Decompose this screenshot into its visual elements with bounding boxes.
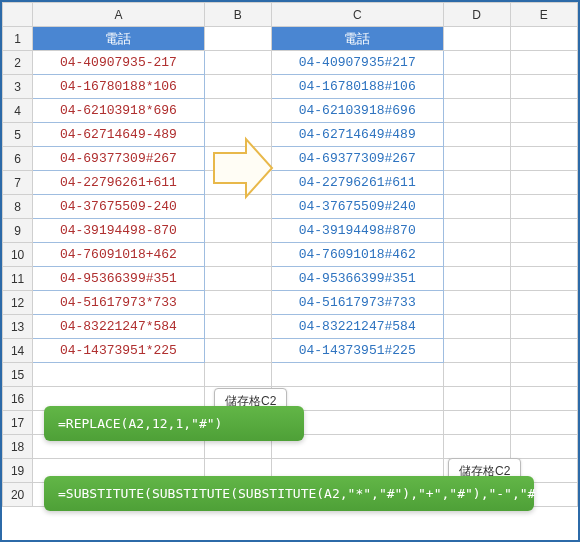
row-header[interactable]: 9 (3, 219, 33, 243)
cell[interactable]: 04-40907935-217 (33, 51, 205, 75)
cell[interactable] (204, 75, 271, 99)
cell[interactable] (443, 51, 510, 75)
cell[interactable] (443, 147, 510, 171)
cell[interactable]: 04-83221247#584 (271, 315, 443, 339)
cell[interactable] (510, 27, 577, 51)
cell[interactable] (204, 27, 271, 51)
cell[interactable] (443, 363, 510, 387)
cell[interactable]: 04-69377309#267 (33, 147, 205, 171)
cell[interactable]: 04-37675509-240 (33, 195, 205, 219)
cell[interactable] (204, 291, 271, 315)
cell[interactable] (510, 435, 577, 459)
cell[interactable] (204, 243, 271, 267)
cell[interactable] (510, 219, 577, 243)
col-header-b[interactable]: B (204, 3, 271, 27)
cell[interactable]: 04-83221247*584 (33, 315, 205, 339)
row-header[interactable]: 2 (3, 51, 33, 75)
cell[interactable] (510, 267, 577, 291)
col-header-c[interactable]: C (271, 3, 443, 27)
row-header[interactable]: 4 (3, 99, 33, 123)
cell[interactable] (204, 51, 271, 75)
cell[interactable] (510, 171, 577, 195)
cell[interactable] (204, 171, 271, 195)
row-header[interactable]: 16 (3, 387, 33, 411)
cell[interactable] (204, 195, 271, 219)
cell[interactable] (443, 387, 510, 411)
cell[interactable]: 04-39194498#870 (271, 219, 443, 243)
cell[interactable]: 04-39194498-870 (33, 219, 205, 243)
cell[interactable] (510, 339, 577, 363)
cell[interactable] (443, 291, 510, 315)
header-a[interactable]: 電話 (33, 27, 205, 51)
row-header[interactable]: 3 (3, 75, 33, 99)
cell[interactable] (443, 75, 510, 99)
cell[interactable] (510, 99, 577, 123)
cell[interactable]: 04-14373951*225 (33, 339, 205, 363)
cell[interactable] (510, 387, 577, 411)
cell[interactable] (443, 195, 510, 219)
row-header[interactable]: 12 (3, 291, 33, 315)
cell[interactable] (510, 291, 577, 315)
cell[interactable] (204, 315, 271, 339)
cell[interactable] (510, 123, 577, 147)
cell[interactable] (204, 147, 271, 171)
row-header[interactable]: 18 (3, 435, 33, 459)
cell[interactable] (204, 219, 271, 243)
col-header-a[interactable]: A (33, 3, 205, 27)
header-c[interactable]: 電話 (271, 27, 443, 51)
cell[interactable]: 04-51617973#733 (271, 291, 443, 315)
cell[interactable] (510, 51, 577, 75)
cell[interactable] (443, 267, 510, 291)
cell[interactable] (443, 435, 510, 459)
col-header-e[interactable]: E (510, 3, 577, 27)
col-header-d[interactable]: D (443, 3, 510, 27)
cell[interactable]: 04-62103918*696 (33, 99, 205, 123)
cell[interactable]: 04-76091018#462 (271, 243, 443, 267)
cell[interactable]: 04-16780188#106 (271, 75, 443, 99)
cell[interactable] (510, 243, 577, 267)
row-header[interactable]: 10 (3, 243, 33, 267)
cell[interactable] (443, 339, 510, 363)
cell[interactable] (510, 75, 577, 99)
cell[interactable]: 04-14373951#225 (271, 339, 443, 363)
cell[interactable] (510, 363, 577, 387)
cell[interactable] (204, 339, 271, 363)
cell[interactable] (510, 147, 577, 171)
cell[interactable] (443, 171, 510, 195)
row-header[interactable]: 8 (3, 195, 33, 219)
cell[interactable] (443, 243, 510, 267)
row-header[interactable]: 14 (3, 339, 33, 363)
row-header[interactable]: 19 (3, 459, 33, 483)
cell[interactable]: 04-76091018+462 (33, 243, 205, 267)
row-header[interactable]: 7 (3, 171, 33, 195)
cell[interactable]: 04-62714649-489 (33, 123, 205, 147)
row-header[interactable]: 1 (3, 27, 33, 51)
cell[interactable] (510, 315, 577, 339)
cell[interactable] (443, 219, 510, 243)
cell[interactable] (443, 99, 510, 123)
cell[interactable]: 04-40907935#217 (271, 51, 443, 75)
row-header[interactable]: 5 (3, 123, 33, 147)
row-header[interactable]: 15 (3, 363, 33, 387)
cell[interactable] (443, 123, 510, 147)
cell[interactable]: 04-37675509#240 (271, 195, 443, 219)
row-header[interactable]: 17 (3, 411, 33, 435)
cell[interactable] (510, 195, 577, 219)
cell[interactable]: 04-95366399#351 (33, 267, 205, 291)
cell[interactable] (204, 123, 271, 147)
row-header[interactable]: 11 (3, 267, 33, 291)
cell[interactable]: 04-16780188*106 (33, 75, 205, 99)
cell[interactable] (33, 363, 205, 387)
cell[interactable]: 04-22796261+611 (33, 171, 205, 195)
cell[interactable] (271, 363, 443, 387)
cell[interactable]: 04-69377309#267 (271, 147, 443, 171)
cell[interactable] (443, 315, 510, 339)
cell[interactable]: 04-22796261#611 (271, 171, 443, 195)
cell[interactable] (443, 27, 510, 51)
row-header[interactable]: 6 (3, 147, 33, 171)
cell[interactable]: 04-62103918#696 (271, 99, 443, 123)
cell[interactable] (443, 411, 510, 435)
cell[interactable] (204, 99, 271, 123)
cell[interactable]: 04-95366399#351 (271, 267, 443, 291)
cell[interactable] (204, 363, 271, 387)
